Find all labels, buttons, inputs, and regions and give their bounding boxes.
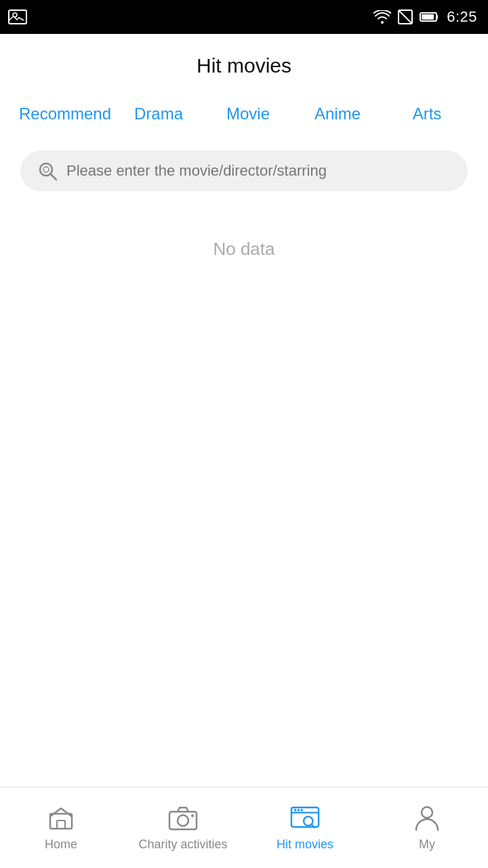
nav-item-hitmovies[interactable]: Hit movies [244,804,366,852]
tab-recommend[interactable]: Recommend [16,98,114,130]
svg-point-20 [301,809,303,811]
svg-line-3 [399,10,412,24]
home-icon [46,804,76,833]
nav-charity-label: Charity activities [138,837,227,852]
search-input[interactable] [66,162,451,180]
nav-hitmovies-label: Hit movies [277,837,333,852]
bottom-nav: Home Charity activities [0,787,488,868]
tab-anime[interactable]: Anime [293,98,382,130]
hitmovies-icon [290,804,320,833]
svg-rect-0 [9,10,26,24]
tab-drama[interactable]: Drama [114,98,203,130]
tab-arts[interactable]: Arts [382,98,472,130]
nav-item-charity[interactable]: Charity activities [122,804,244,852]
status-bar-right: 6:25 [373,8,477,26]
sim-icon [398,9,413,24]
svg-rect-10 [57,821,65,829]
battery-icon [420,11,440,23]
main-content: Hit movies Recommend Drama Movie Anime A… [0,34,488,787]
svg-point-21 [422,807,432,818]
tab-movie[interactable]: Movie [203,98,293,130]
wifi-icon [373,10,391,24]
svg-point-19 [298,809,300,811]
svg-point-12 [178,815,188,826]
nav-my-label: My [419,837,435,852]
status-bar-left [8,9,27,24]
status-time: 6:25 [447,8,477,26]
search-bar[interactable] [20,151,468,191]
page-title: Hit movies [0,34,488,91]
status-bar: 6:25 [0,0,488,34]
photo-icon [8,9,27,24]
svg-point-8 [43,167,49,172]
category-tabs: Recommend Drama Movie Anime Arts [0,91,488,137]
nav-item-my[interactable]: My [366,804,488,852]
search-icon [37,160,58,182]
svg-point-18 [294,809,296,811]
svg-rect-5 [422,14,434,20]
camera-icon [168,804,198,833]
svg-point-13 [191,814,194,817]
empty-state: No data [0,212,488,287]
svg-line-7 [51,174,56,180]
nav-item-home[interactable]: Home [0,804,122,852]
nav-home-label: Home [45,837,77,852]
search-container [0,137,488,205]
person-icon [412,804,442,833]
